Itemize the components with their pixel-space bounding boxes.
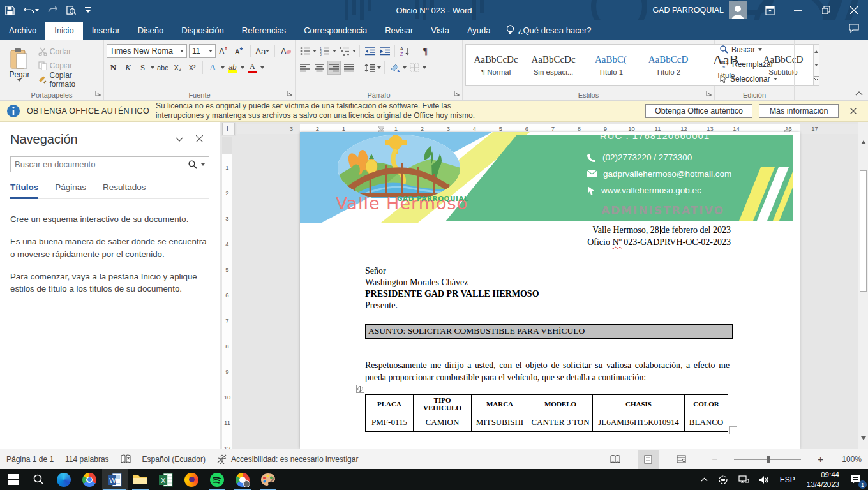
undo-icon[interactable] (22, 2, 40, 19)
clock[interactable]: 09:44 13/4/2023 (802, 470, 844, 489)
font-family-combo[interactable]: Times New Roma (107, 44, 187, 58)
borders-caret[interactable] (423, 66, 426, 69)
subscript-button[interactable]: X₂ (171, 61, 184, 75)
vertical-ruler[interactable]: 123456789101112 (222, 137, 232, 449)
nav-tab-paginas[interactable]: Páginas (55, 182, 86, 199)
zoom-in-button[interactable]: + (818, 454, 823, 464)
onedrive-tray-icon[interactable] (714, 469, 733, 490)
style-item[interactable]: AaBbCcDc Sin espaci... (526, 47, 581, 84)
style-item[interactable]: AaBbCcDc ¶ Normal (468, 47, 523, 84)
zoom-out-button[interactable]: − (712, 454, 717, 465)
account-name[interactable]: GAD PARROQUIAL (652, 6, 724, 15)
find-button[interactable]: Buscar (717, 42, 791, 57)
tell-me-box[interactable]: ¿Qué desea hacer? (500, 21, 598, 40)
line-spacing-button[interactable] (363, 61, 376, 75)
tab-diseno[interactable]: Diseño (129, 22, 172, 40)
text-effects-caret[interactable] (221, 66, 225, 69)
avatar[interactable] (729, 1, 747, 19)
excel-icon[interactable]: X (153, 469, 179, 490)
tab-disposicion[interactable]: Disposición (172, 22, 232, 40)
get-genuine-office-button[interactable]: Obtenga Office auténtico (645, 104, 752, 118)
scroll-down-arrow[interactable] (859, 433, 868, 443)
clear-formatting-button[interactable]: A (279, 44, 292, 58)
taskbar-search-icon[interactable] (26, 469, 51, 490)
edge-icon[interactable] (51, 469, 77, 490)
restore-button[interactable] (812, 0, 840, 20)
save-icon[interactable] (4, 2, 16, 19)
change-case-button[interactable]: Aa (254, 44, 271, 58)
notification-center-icon[interactable]: 1 (846, 469, 865, 490)
shading-button[interactable] (388, 61, 401, 75)
search-input[interactable] (15, 160, 184, 169)
format-painter-button[interactable]: Copiar formato (36, 73, 101, 87)
page-indicator[interactable]: Página 1 de 1 (6, 455, 54, 464)
highlight-button[interactable]: ab (226, 61, 239, 75)
web-layout-view-button[interactable] (671, 450, 692, 469)
font-dialog-launcher[interactable] (287, 89, 292, 98)
volume-tray-icon[interactable] (754, 469, 774, 490)
multilevel-caret[interactable] (352, 50, 356, 52)
ribbon-display-options-icon[interactable] (756, 0, 784, 20)
styles-scroll-up[interactable] (814, 45, 819, 58)
start-button[interactable] (0, 469, 26, 490)
print-layout-view-button[interactable] (638, 450, 659, 469)
firefox-icon[interactable] (179, 469, 204, 490)
tab-correspondencia[interactable]: Correspondencia (295, 22, 376, 40)
styles-gallery-expand[interactable] (814, 72, 819, 85)
scrollbar-thumb[interactable] (860, 170, 867, 292)
replace-button[interactable]: abac Reemplazar (717, 57, 791, 71)
italic-button[interactable]: K (121, 61, 135, 75)
align-left-button[interactable] (298, 61, 311, 75)
paint-icon[interactable] (255, 469, 281, 490)
paste-button[interactable]: Pegar (3, 42, 36, 88)
strikethrough-button[interactable]: abc (156, 61, 170, 75)
tab-ayuda[interactable]: Ayuda (458, 22, 500, 40)
redo-icon[interactable] (47, 2, 59, 19)
justify-button[interactable] (342, 61, 355, 75)
underline-caret[interactable] (151, 66, 154, 69)
cut-button[interactable]: Cortar (36, 45, 101, 59)
language-indicator[interactable]: Español (Ecuador) (142, 455, 206, 464)
style-item[interactable]: AaBbC( Título 1 (583, 47, 638, 84)
sort-button[interactable]: AZ (398, 44, 412, 58)
close-button[interactable] (840, 0, 868, 20)
print-preview-icon[interactable] (65, 2, 77, 19)
decrease-indent-button[interactable] (363, 44, 377, 58)
select-button[interactable]: Seleccionar (717, 71, 791, 86)
chrome-icon[interactable] (77, 469, 102, 490)
keyboard-language[interactable]: ESP (775, 475, 800, 484)
align-center-button[interactable] (313, 61, 326, 75)
document-search-box[interactable] (10, 156, 209, 172)
shading-caret[interactable] (403, 66, 407, 69)
scroll-up-arrow[interactable] (859, 137, 868, 147)
styles-scroll-down[interactable] (814, 58, 819, 71)
spotify-icon[interactable] (204, 469, 230, 490)
paste-dropdown-caret[interactable] (17, 79, 21, 82)
proofing-errors-icon[interactable] (121, 454, 131, 464)
chrome-profile-icon[interactable] (230, 469, 255, 490)
tab-insertar[interactable]: Insertar (83, 22, 129, 40)
tab-vista[interactable]: Vista (422, 22, 458, 40)
table-resize-handle[interactable] (729, 426, 737, 434)
style-item[interactable]: AaBbCcD Título 2 (641, 47, 696, 84)
zoom-slider-thumb[interactable] (767, 456, 770, 463)
file-explorer-icon[interactable] (128, 469, 153, 490)
table-move-handle[interactable] (356, 385, 364, 393)
zoom-slider[interactable] (734, 459, 801, 460)
clipboard-dialog-launcher[interactable] (95, 89, 101, 98)
font-size-combo[interactable]: 11 (189, 44, 215, 58)
customize-qat-icon[interactable] (84, 2, 93, 19)
document-page[interactable]: RUC : 1768120660001 (02)2773220 / 277330… (300, 132, 800, 449)
tab-referencias[interactable]: Referencias (233, 22, 295, 40)
minimize-button[interactable] (784, 0, 812, 20)
align-right-button[interactable] (327, 61, 341, 75)
numbering-button[interactable]: 123 (318, 44, 331, 58)
shrink-font-button[interactable]: A (233, 44, 246, 58)
increase-indent-button[interactable] (378, 44, 391, 58)
more-info-button[interactable]: Más información (759, 104, 839, 118)
font-color-caret[interactable] (260, 66, 264, 69)
feedback-comment-icon[interactable] (840, 20, 868, 40)
vehicle-table[interactable]: PLACATIPO VEHICULOMARCAMODELOCHASISCOLOR… (365, 394, 728, 432)
paragraph-dialog-launcher[interactable] (454, 89, 460, 98)
tab-stop-selector[interactable]: L (222, 122, 235, 135)
